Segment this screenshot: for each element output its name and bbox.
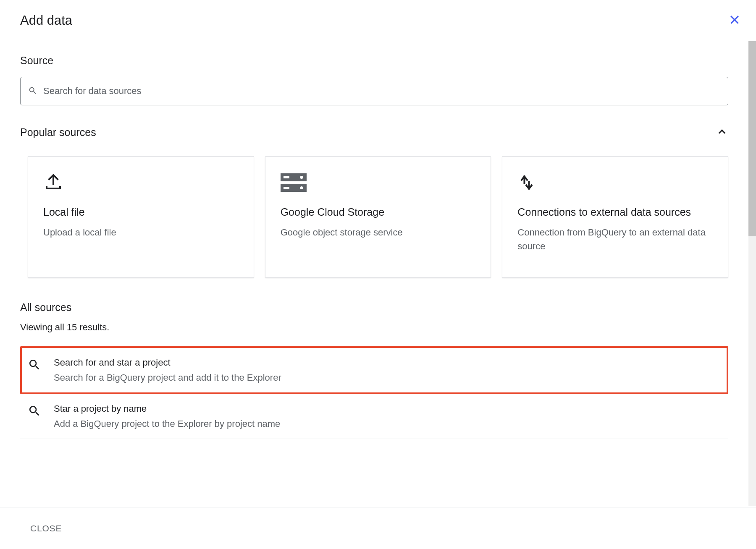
list-item-title: Star a project by name [54,403,721,414]
svg-rect-4 [284,176,289,178]
list-item-desc: Search for a BigQuery project and add it… [54,372,721,383]
search-icon [28,358,41,373]
list-text: Star a project by name Add a BigQuery pr… [54,403,721,429]
popular-sources-cards: Local file Upload a local file Google Cl… [20,156,728,278]
popular-sources-label: Popular sources [20,126,96,139]
list-text: Search for and star a project Search for… [54,357,721,383]
card-google-cloud-storage[interactable]: Google Cloud Storage Google object stora… [265,156,491,278]
card-local-file[interactable]: Local file Upload a local file [28,156,254,278]
card-title: Google Cloud Storage [281,205,476,220]
close-button[interactable]: CLOSE [30,523,62,533]
scrollbar[interactable] [748,41,756,506]
card-desc: Upload a local file [43,225,239,239]
close-icon[interactable] [727,12,743,29]
card-desc: Google object storage service [281,225,476,239]
sync-icon [517,172,713,193]
storage-icon [281,172,476,193]
svg-point-8 [300,186,303,189]
scrollbar-thumb[interactable] [748,41,756,236]
list-item-desc: Add a BigQuery project to the Explorer b… [54,418,721,429]
svg-point-5 [300,176,303,179]
search-box[interactable] [20,77,728,105]
dialog-title: Add data [20,13,72,28]
list-item-title: Search for and star a project [54,357,721,368]
card-desc: Connection from BigQuery to an external … [517,225,713,253]
popular-sources-header[interactable]: Popular sources [20,125,728,139]
card-title: Connections to external data sources [517,205,713,220]
dialog-content: Source Popular sources Local fi [0,41,748,506]
dialog-footer: CLOSE [0,507,756,549]
search-icon [28,86,37,97]
viewing-results-text: Viewing all 15 results. [20,322,728,333]
list-item-search-star-project[interactable]: Search for and star a project Search for… [20,346,728,394]
search-input[interactable] [43,86,720,97]
upload-icon [43,172,239,193]
all-sources-label: All sources [20,301,728,314]
svg-rect-7 [284,187,289,189]
source-label: Source [20,55,728,67]
list-item-star-project-by-name[interactable]: Star a project by name Add a BigQuery pr… [20,394,728,439]
dialog-header: Add data [0,0,756,41]
chevron-up-icon[interactable] [716,125,728,139]
card-title: Local file [43,205,239,220]
card-external-connections[interactable]: Connections to external data sources Con… [502,156,728,278]
search-icon [28,404,41,419]
